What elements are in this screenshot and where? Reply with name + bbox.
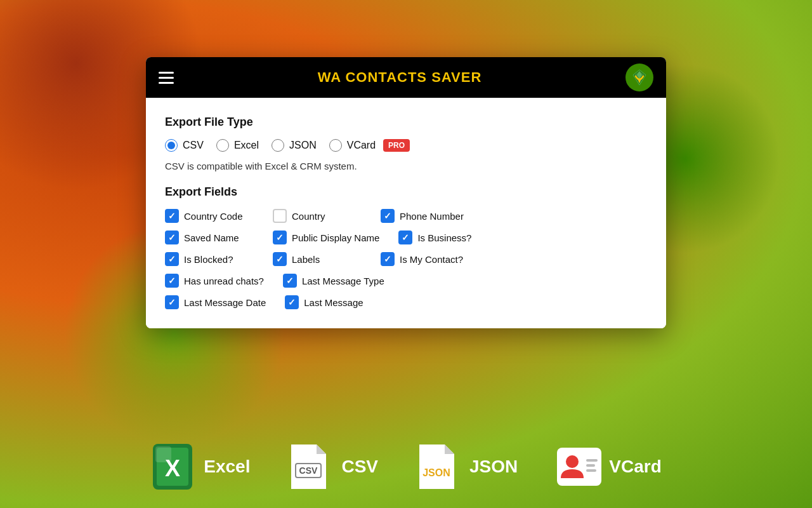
json-icon-graphic: JSON xyxy=(416,441,461,492)
main-window: WA CONTACTS SAVER Export File Type CSV E… xyxy=(146,57,666,328)
field-label-saved-name: Saved Name xyxy=(184,232,239,243)
svg-text:JSON: JSON xyxy=(422,467,450,478)
csv-svg-icon: CSV xyxy=(288,441,329,492)
field-label-is-blocked: Is Blocked? xyxy=(184,254,233,265)
field-label-country-code: Country Code xyxy=(184,211,243,222)
field-label-phone-number: Phone Number xyxy=(400,211,464,222)
bottom-vcard-label: VCard xyxy=(609,457,661,477)
fields-row-4: Has unread chats? Last Message Type xyxy=(165,274,647,288)
fields-row-3: Is Blocked? Labels Is My Contact? xyxy=(165,252,647,266)
radio-json[interactable]: JSON xyxy=(272,139,317,152)
bottom-icon-vcard: VCard xyxy=(556,441,661,492)
checkbox-has-unread-chats[interactable] xyxy=(165,274,179,288)
hamburger-line2 xyxy=(159,77,174,79)
svg-rect-7 xyxy=(155,446,171,462)
logo-badge xyxy=(625,64,653,91)
bottom-csv-label: CSV xyxy=(341,457,378,477)
svg-point-12 xyxy=(566,455,579,468)
bottom-excel-label: Excel xyxy=(204,457,250,477)
content-area: Export File Type CSV Excel JSON VCard PR… xyxy=(146,98,666,328)
field-label-has-unread-chats: Has unread chats? xyxy=(184,276,264,286)
checkbox-is-blocked[interactable] xyxy=(165,252,179,266)
radio-csv[interactable]: CSV xyxy=(165,139,204,152)
field-label-labels: Labels xyxy=(292,254,320,265)
excel-svg-icon: X xyxy=(150,441,195,492)
json-svg-icon: JSON xyxy=(416,441,457,492)
checkbox-last-message-type[interactable] xyxy=(283,274,297,288)
bottom-icon-excel: X Excel xyxy=(150,441,250,492)
checkbox-country[interactable] xyxy=(273,209,287,223)
checkbox-public-display-name[interactable] xyxy=(273,231,287,244)
bottom-icons-bar: X Excel CSV CSV JSON JSON xyxy=(0,425,812,508)
checkbox-saved-name[interactable] xyxy=(165,231,179,244)
hamburger-menu-button[interactable] xyxy=(159,72,174,84)
fields-row-2: Saved Name Public Display Name Is Busine… xyxy=(165,231,647,244)
file-type-description: CSV is compatible with Excel & CRM syste… xyxy=(165,161,647,171)
radio-csv-input[interactable] xyxy=(165,139,178,152)
bottom-icon-json: JSON JSON xyxy=(416,441,518,492)
csv-icon-graphic: CSV xyxy=(288,441,332,492)
radio-vcard-input[interactable] xyxy=(329,139,342,152)
logo-icon xyxy=(628,66,651,89)
fields-row-1: Country Code Country Phone Number xyxy=(165,209,647,223)
file-type-radio-group: CSV Excel JSON VCard PRO xyxy=(165,139,647,152)
radio-json-input[interactable] xyxy=(272,139,284,152)
hamburger-line1 xyxy=(159,72,174,74)
field-phone-number[interactable]: Phone Number xyxy=(381,209,469,223)
field-label-last-message-date: Last Message Date xyxy=(184,297,266,308)
field-label-last-message-type: Last Message Type xyxy=(302,276,384,286)
checkbox-phone-number[interactable] xyxy=(381,209,395,223)
field-label-country: Country xyxy=(292,211,325,222)
vcard-svg-icon xyxy=(556,441,603,492)
pro-badge: PRO xyxy=(383,139,410,152)
checkbox-is-business[interactable] xyxy=(398,231,412,244)
svg-rect-15 xyxy=(586,469,596,472)
field-saved-name[interactable]: Saved Name xyxy=(165,231,254,244)
checkbox-last-message[interactable] xyxy=(285,295,299,309)
app-title: WA CONTACTS SAVER xyxy=(318,69,482,86)
bottom-icon-csv: CSV CSV xyxy=(288,441,378,492)
field-last-message-type[interactable]: Last Message Type xyxy=(283,274,384,288)
vcard-icon-graphic xyxy=(556,441,600,492)
checkbox-labels[interactable] xyxy=(273,252,287,266)
radio-csv-label: CSV xyxy=(183,140,204,151)
export-fields-label: Export Fields xyxy=(165,185,647,199)
export-file-type-label: Export File Type xyxy=(165,116,647,129)
field-label-is-business: Is Business? xyxy=(417,232,471,243)
radio-excel-input[interactable] xyxy=(216,139,229,152)
svg-text:CSV: CSV xyxy=(299,465,318,476)
field-label-last-message: Last Message xyxy=(304,297,363,308)
field-labels[interactable]: Labels xyxy=(273,252,362,266)
field-last-message-date[interactable]: Last Message Date xyxy=(165,295,266,309)
bottom-json-label: JSON xyxy=(469,457,518,477)
export-fields-section: Export Fields Country Code Country Phone… xyxy=(165,185,647,309)
svg-rect-14 xyxy=(586,464,595,467)
field-label-public-display-name: Public Display Name xyxy=(292,232,379,243)
radio-excel[interactable]: Excel xyxy=(216,139,259,152)
titlebar: WA CONTACTS SAVER xyxy=(146,57,666,98)
checkbox-country-code[interactable] xyxy=(165,209,179,223)
radio-vcard-label: VCard xyxy=(347,140,376,151)
hamburger-line3 xyxy=(159,82,174,84)
field-country-code[interactable]: Country Code xyxy=(165,209,254,223)
radio-vcard[interactable]: VCard PRO xyxy=(329,139,410,152)
field-is-blocked[interactable]: Is Blocked? xyxy=(165,252,254,266)
excel-icon-graphic: X xyxy=(150,441,195,492)
field-is-business[interactable]: Is Business? xyxy=(398,231,487,244)
field-last-message[interactable]: Last Message xyxy=(285,295,374,309)
fields-row-5: Last Message Date Last Message xyxy=(165,295,647,309)
field-has-unread-chats[interactable]: Has unread chats? xyxy=(165,274,264,288)
fields-grid: Country Code Country Phone Number xyxy=(165,209,647,309)
field-public-display-name[interactable]: Public Display Name xyxy=(273,231,379,244)
svg-rect-11 xyxy=(557,448,601,486)
checkbox-last-message-date[interactable] xyxy=(165,295,179,309)
checkbox-is-my-contact[interactable] xyxy=(381,252,395,266)
field-country[interactable]: Country xyxy=(273,209,362,223)
field-is-my-contact[interactable]: Is My Contact? xyxy=(381,252,469,266)
radio-json-label: JSON xyxy=(289,140,317,151)
radio-excel-label: Excel xyxy=(234,140,259,151)
field-label-is-my-contact: Is My Contact? xyxy=(400,254,463,265)
svg-rect-13 xyxy=(586,459,598,462)
